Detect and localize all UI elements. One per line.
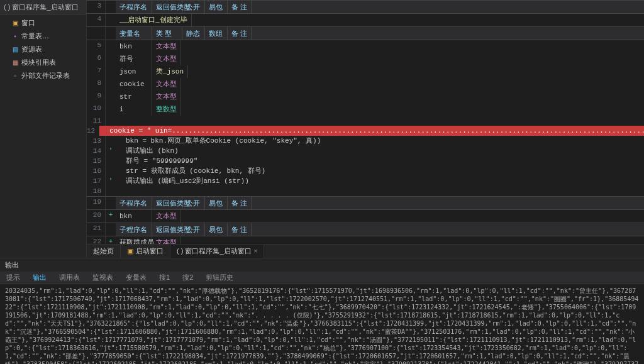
code-text: bkn = bkn.网页_取单条Cookie (cookie, "skey", … [116,136,323,146]
sub2-row[interactable]: 20 + bkn 文本型 [87,210,644,223]
code-area[interactable]: 3 子程序名 返回值类型 公开 易包 备 注 4 __启动窗口_创建完毕 变量名… [87,0,644,244]
sub2-header: 19 子程序名 返回值类型 公开 易包 备 注 [87,196,644,210]
marker [106,136,116,146]
file-icon: ▫ [11,72,19,80]
output-tab-var[interactable]: 变量表 [119,272,153,284]
tree-label: 资源表 [21,45,42,54]
gutter: 3 [87,1,106,13]
gutter: 12 [87,126,99,136]
resource-icon: ▤ [11,46,19,53]
var-name: json [116,65,152,78]
col-public: 公开 [182,1,205,13]
var-row[interactable]: 8cookie文本型 [87,78,644,91]
gutter: 11 [87,116,106,126]
marker [106,166,116,176]
output-tab-tip[interactable]: 提示 [0,272,26,284]
code-line[interactable]: 11 [87,116,644,126]
sub3-header: 21 子程序名 返回值类型 公开 易包 备 注 [87,223,644,236]
code-line[interactable]: 18 [87,186,644,196]
tree-label: 模块引用表 [21,58,56,67]
code-line[interactable]: 13bkn = bkn.网页_取单条Cookie (cookie, "skey"… [87,136,644,146]
code-line[interactable]: 15群号 = "599999999" [87,156,644,166]
var-row[interactable]: 7json类_json [87,65,644,78]
marker [106,116,116,126]
var-name: i [116,103,152,116]
gutter: 10 [87,103,106,116]
sub-header: 3 子程序名 返回值类型 公开 易包 备 注 [87,0,644,14]
output-body[interactable]: 20324035,"rm":1,"lad":0,"lp":0,"ll":1,"c… [0,284,644,364]
var-row[interactable]: 6群号文本型 [87,53,644,65]
output-tab-clip[interactable]: 剪辑历史 [199,272,240,284]
tab-startwin[interactable]: ▣ 启动窗口 [121,245,170,258]
col-note: 备 注 [228,1,252,13]
window-icon: ▣ [11,19,19,27]
marker [106,1,116,13]
gutter: 13 [87,136,106,146]
code-text: 调试输出 (bkn) [116,146,181,156]
code-text [116,186,128,196]
editor: 3 子程序名 返回值类型 公开 易包 备 注 4 __启动窗口_创建完毕 变量名… [87,0,644,258]
tree-item-extfile[interactable]: ▫ 外部文件记录表 [0,69,86,82]
code-text [116,116,128,126]
gutter: 18 [87,186,106,196]
sub-name: __启动窗口_创建完毕 [116,14,192,26]
var-type: 类_json [152,65,188,78]
output-panel: 输出 提示 输出 调用表 监视表 变量表 搜1 搜2 剪辑历史 20324035… [0,258,644,364]
marker: ' [106,146,116,156]
output-tab-s1[interactable]: 搜1 [153,272,176,284]
var-row[interactable]: 10i整数型 [87,103,644,116]
var-row[interactable]: 5bkn文本型 [87,40,644,53]
output-tab-s2[interactable]: 搜2 [176,272,199,284]
marker [106,186,116,196]
gutter: 5 [87,40,106,53]
code-text: str = 获取群成员 (cookie, bkn, 群号) [116,166,268,176]
tree-item-const[interactable]: ▪ 常量表… [0,30,86,43]
code-line[interactable]: 17'调试输出 (编码_usc2到ansi (str)) [87,176,644,186]
marker: ' [106,176,116,186]
tab-start[interactable]: 起始页 [87,245,121,258]
var-type: 文本型 [152,53,181,65]
output-tab-watch[interactable]: 监视表 [86,272,119,284]
marker [106,78,116,91]
var-row[interactable]: 9str文本型 [87,91,644,103]
tree-item-module[interactable]: ▦ 模块引用表 [0,56,86,69]
tree-item-window[interactable]: ▣ 窗口 [0,16,86,30]
tree-label: 常量表… [21,31,49,41]
marker [106,103,116,116]
var-type: 文本型 [152,91,181,103]
var-type: 整数型 [152,103,181,116]
tree-label: 外部文件记录表 [21,71,70,80]
var-name: 群号 [116,53,152,65]
code-text: cookie = " uin=.........................… [99,126,644,136]
marker [106,53,116,65]
code-line[interactable]: 16str = 获取群成员 (cookie, bkn, 群号) [87,166,644,176]
col-subname: 子程序名 [116,1,152,13]
gutter: 16 [87,166,106,176]
marker [106,65,116,78]
code-text: 调试输出 (编码_usc2到ansi (str)) [116,176,252,186]
var-type: 文本型 [152,40,181,53]
close-icon[interactable]: × [254,248,258,255]
sub3-row[interactable]: 22 + 获取群成员 文本型 [87,236,644,244]
tab-bar: 起始页 ▣ 启动窗口 ( ) 窗口程序集_启动窗口 × [87,244,644,258]
output-title: 输出 [0,258,644,272]
gutter: 6 [87,53,106,65]
code-line[interactable]: 14'调试输出 (bkn) [87,146,644,156]
output-tab-call[interactable]: 调用表 [53,272,86,284]
gutter: 9 [87,91,106,103]
tree-item-resource[interactable]: ▤ 资源表 [0,43,86,56]
var-name: bkn [116,40,152,53]
gutter: 17 [87,176,106,186]
output-tab-out[interactable]: 输出 [26,272,53,284]
gutter: 14 [87,146,106,156]
code-text: 群号 = "599999999" [116,156,200,166]
tab-assembly[interactable]: ( ) 窗口程序集_启动窗口 × [170,245,264,258]
var-header: 变量名 类 型 静态 数组 备 注 [87,26,644,40]
code-line[interactable]: 12cookie = " uin=.......................… [87,126,644,136]
sidebar-header: ( ) 窗口程序集_启动窗口 [0,0,86,15]
window-icon: ▣ [127,247,133,255]
col-rettype: 返回值类型 [152,1,182,13]
sub-name-row[interactable]: 4 __启动窗口_创建完毕 [87,14,644,26]
gutter: 7 [87,65,106,78]
const-icon: ▪ [11,33,19,40]
